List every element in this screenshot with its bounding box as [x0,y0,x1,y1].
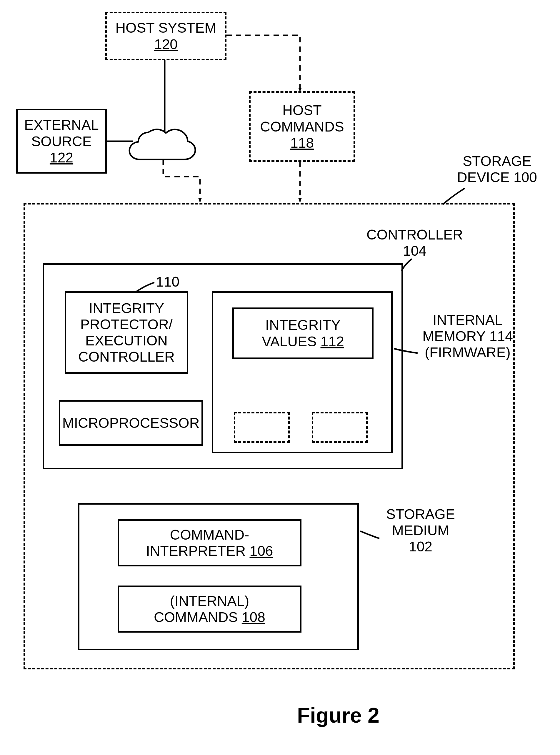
diagram-canvas: HOST SYSTEM 120 EXTERNAL SOURCE 122 HOST… [0,0,560,755]
internal-commands-box: (INTERNAL) COMMANDS 108 [118,585,301,633]
conn-host-to-commands [226,35,300,91]
host-system-box: HOST SYSTEM 120 [105,12,226,60]
sm-ref: 102 [374,538,468,555]
ci-l2: INTERPRETER 106 [146,543,273,559]
host-system-ref: 120 [154,36,178,52]
integrity-protector-ref-float: 110 [156,274,179,290]
ip-l1: INTEGRITY [89,300,164,316]
host-commands-box: HOST COMMANDS 118 [249,91,355,162]
host-system-label: HOST SYSTEM [115,20,216,36]
im-l3: (FIRMWARE) [418,344,518,360]
conn-cloud-to-storage [163,159,200,202]
microprocessor-box: MICROPROCESSOR [59,400,203,446]
host-commands-l2: COMMANDS [260,119,344,135]
fw-slot-1 [234,412,290,443]
integrity-protector-box: INTEGRITY PROTECTOR/ EXECUTION CONTROLLE… [65,291,188,374]
iv-l2: VALUES 112 [262,333,344,350]
sm-l1: STORAGE [374,506,468,522]
im-l2: MEMORY 114 [418,328,518,344]
sm-l2: MEDIUM [374,522,468,538]
integrity-values-box: INTEGRITY VALUES 112 [232,307,374,359]
storage-medium-label: STORAGE MEDIUM 102 [374,506,468,555]
ip-l2: PROTECTOR/ [80,316,173,333]
iv-l1: INTEGRITY [265,317,341,333]
controller-ref: 104 [356,243,474,259]
ip-l3: EXECUTION [85,333,168,349]
host-commands-l1: HOST [282,102,321,118]
storage-device-l1: STORAGE [450,153,544,169]
external-source-l2: SOURCE [31,133,92,150]
external-source-l1: EXTERNAL [24,117,99,133]
fw-slot-2 [312,412,368,443]
command-interpreter-box: COMMAND- INTERPRETER 106 [118,519,301,567]
ci-l1: COMMAND- [170,527,249,543]
external-source-box: EXTERNAL SOURCE 122 [16,109,107,174]
ip-l4: CONTROLLER [78,349,175,365]
leader-storage-device [443,188,465,204]
host-commands-ref: 118 [290,135,314,151]
internal-memory-label: INTERNAL MEMORY 114 (FIRMWARE) [418,312,518,361]
controller-label: CONTROLLER 104 [356,226,474,259]
storage-device-label: STORAGE DEVICE 100 [450,153,544,185]
micro-label: MICROPROCESSOR [62,415,200,431]
cloud-icon [129,130,195,159]
external-source-ref: 122 [50,150,73,166]
storage-device-l2: DEVICE 100 [450,169,544,185]
im-l1: INTERNAL [418,312,518,328]
ic-l1: (INTERNAL) [170,593,249,609]
figure-caption: Figure 2 [297,703,379,727]
ic-l2: COMMANDS 108 [154,609,265,625]
controller-l1: CONTROLLER [356,226,474,243]
